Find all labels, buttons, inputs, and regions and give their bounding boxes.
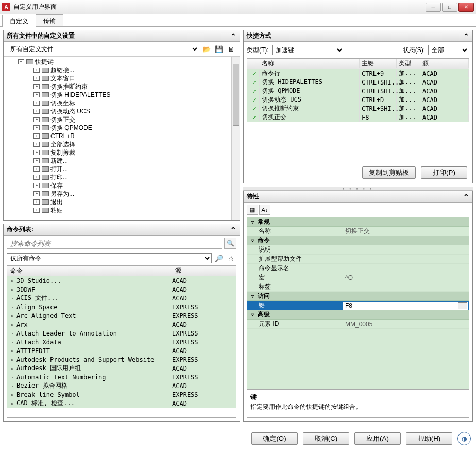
tree-item[interactable]: 切换 HIDEPALETTES: [5, 91, 239, 99]
prop-row[interactable]: 键F8…: [247, 301, 469, 310]
type-dropdown[interactable]: 加速键: [272, 45, 344, 55]
tab-customize[interactable]: 自定义: [2, 15, 36, 27]
categorized-icon[interactable]: ▦: [247, 205, 258, 215]
tree-item[interactable]: 文本窗口: [5, 74, 239, 82]
command-row[interactable]: ▫Autodesk Products and Support WebsiteEX…: [7, 355, 236, 364]
col-source[interactable]: 源: [172, 266, 236, 275]
collapse-icon[interactable]: ▿: [249, 293, 256, 299]
expand-icon[interactable]: [33, 142, 40, 147]
shortcuts-table[interactable]: 名称 主键 类型 源 ✓命令行CTRL+9加...ACAD✓切换 HIDEPAL…: [247, 58, 469, 162]
tree-item[interactable]: 切换 QPMODE: [5, 124, 239, 132]
copy-clipboard-button[interactable]: 复制到剪贴板: [362, 166, 416, 179]
expand-icon[interactable]: [33, 117, 40, 122]
tree-item[interactable]: 新建...: [5, 157, 239, 165]
tree-item[interactable]: 超链接...: [5, 66, 239, 74]
help-button[interactable]: 帮助(H): [406, 432, 452, 445]
close-button[interactable]: ✕: [458, 3, 474, 12]
tree-item[interactable]: 切换正交: [5, 115, 239, 124]
command-row[interactable]: ▫Attach XdataEXPRESS: [7, 338, 236, 346]
state-dropdown[interactable]: 全部: [428, 45, 469, 55]
shortcut-row[interactable]: ✓切换 HIDEPALETTESCTRL+SHI...加...ACAD: [247, 78, 469, 87]
expand-icon[interactable]: [33, 175, 40, 180]
prop-row[interactable]: 名称切换正交: [247, 227, 469, 236]
prop-row[interactable]: 宏^O: [247, 273, 469, 282]
col-type[interactable]: 类型: [397, 59, 420, 68]
tree-item[interactable]: 保存: [5, 181, 239, 190]
command-row[interactable]: ▫Align SpaceEXPRESS: [7, 303, 236, 311]
shortcut-row[interactable]: ✓切换动态 UCSCTRL+D加...ACAD: [247, 95, 469, 104]
expand-icon[interactable]: [33, 101, 40, 106]
command-row[interactable]: ▫Arc-Aligned TextEXPRESS: [7, 311, 236, 320]
tree-item[interactable]: CTRL+R: [5, 132, 239, 140]
collapse-icon[interactable]: ▿: [249, 312, 256, 317]
prop-row[interactable]: 命令显示名: [247, 264, 469, 273]
expand-icon[interactable]: [33, 76, 40, 81]
search-input[interactable]: [7, 238, 222, 249]
prop-row[interactable]: 扩展型帮助文件: [247, 255, 469, 264]
command-row[interactable]: ▫Attach Leader to AnnotationEXPRESS: [7, 329, 236, 338]
save-all-icon[interactable]: 🗎: [226, 44, 236, 54]
tree-view[interactable]: 快捷键 超链接...文本窗口切换推断约束切换 HIDEPALETTES切换坐标切…: [4, 56, 240, 220]
command-row[interactable]: ▫3D Studio...ACAD: [7, 276, 236, 285]
tab-transfer[interactable]: 传输: [36, 14, 63, 26]
shortcut-row[interactable]: ✓切换 QPMODECTRL+SHI...加...ACAD: [247, 87, 469, 95]
expand-icon[interactable]: [33, 109, 40, 114]
apply-button[interactable]: 应用(A): [354, 432, 401, 445]
command-list[interactable]: 命令 源 ▫3D Studio...ACAD▫3DDWFACAD▫ACIS 文件…: [7, 265, 236, 418]
collapse-icon[interactable]: ▿: [249, 219, 256, 225]
ok-button[interactable]: 确定(O): [251, 432, 298, 445]
shortcut-row[interactable]: ✓切换推断约束CTRL+SHI...加...ACAD: [247, 104, 469, 113]
expand-icon[interactable]: [33, 158, 40, 163]
command-row[interactable]: ▫Automatic Text NumberingEXPRESS: [7, 373, 236, 381]
tree-item[interactable]: 打印...: [5, 173, 239, 181]
col-key[interactable]: 主键: [360, 59, 397, 68]
command-row[interactable]: ▫ACIS 文件...ACAD: [7, 294, 236, 303]
print-button[interactable]: 打印(P): [421, 166, 467, 179]
prop-group[interactable]: ▿高级: [247, 310, 469, 320]
prop-group[interactable]: ▿命令: [247, 236, 469, 245]
collapse-icon[interactable]: ⌃: [463, 193, 469, 201]
expand-icon[interactable]: [33, 199, 40, 205]
command-row[interactable]: ▫CAD 标准, 检查...ACAD: [7, 399, 236, 408]
prop-group[interactable]: ▿访问: [247, 292, 469, 301]
prop-row[interactable]: 元素 IDMM_0005: [247, 320, 469, 329]
col-command[interactable]: 命令: [7, 266, 172, 275]
alphabetical-icon[interactable]: A↓: [259, 205, 270, 215]
files-dropdown[interactable]: 所有自定义文件: [7, 44, 199, 54]
expand-icon[interactable]: [33, 166, 40, 172]
find-icon[interactable]: 🔎: [214, 253, 224, 263]
shortcut-row[interactable]: ✓命令行CTRL+9加...ACAD: [247, 69, 469, 78]
context-help-icon[interactable]: ◑: [457, 432, 471, 445]
save-icon[interactable]: 💾: [214, 44, 224, 54]
tree-item[interactable]: 切换坐标: [5, 99, 239, 107]
expand-icon[interactable]: [33, 125, 40, 130]
tree-item[interactable]: 另存为...: [5, 190, 239, 198]
expand-icon[interactable]: [33, 191, 40, 196]
tree-scrollbar[interactable]: [231, 57, 240, 220]
expand-icon[interactable]: [33, 208, 40, 213]
minimize-button[interactable]: ─: [426, 3, 441, 12]
splitter[interactable]: ● ● ● ● ●: [243, 187, 473, 191]
tree-item[interactable]: 复制剪裁: [5, 148, 239, 157]
search-button[interactable]: 🔍: [224, 238, 236, 249]
collapse-icon[interactable]: ⌃: [230, 226, 236, 234]
collapse-icon[interactable]: ⌃: [230, 32, 236, 40]
col-src[interactable]: 源: [420, 59, 469, 68]
command-row[interactable]: ▫3DDWFACAD: [7, 285, 236, 294]
shortcut-row[interactable]: ✓切换正交F8加...ACAD: [247, 113, 469, 122]
prop-row[interactable]: 标签: [247, 282, 469, 292]
maximize-button[interactable]: □: [442, 3, 457, 12]
command-filter-dropdown[interactable]: 仅所有命令: [7, 253, 212, 263]
tree-item[interactable]: 退出: [5, 198, 239, 206]
prop-row[interactable]: 说明: [247, 245, 469, 255]
command-row[interactable]: ▫Break-line SymbolEXPRESS: [7, 390, 236, 399]
col-name[interactable]: 名称: [260, 59, 360, 68]
tree-item[interactable]: 切换动态 UCS: [5, 107, 239, 115]
command-row[interactable]: ▫Autodesk 国际用户组ACAD: [7, 364, 236, 373]
browse-button[interactable]: …: [458, 302, 467, 309]
prop-group[interactable]: ▿常规: [247, 217, 469, 227]
expand-icon[interactable]: [33, 133, 40, 139]
tree-item[interactable]: 粘贴: [5, 206, 239, 214]
expand-icon[interactable]: [33, 183, 40, 188]
tree-item[interactable]: 全部选择: [5, 140, 239, 148]
